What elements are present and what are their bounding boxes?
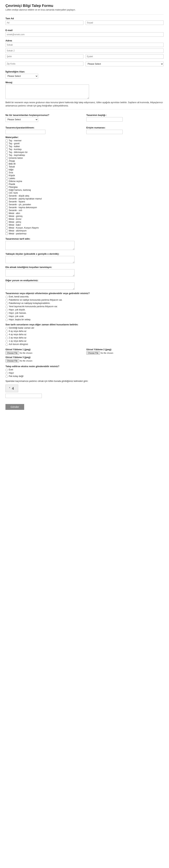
gonderebilir-radio[interactable]: [5, 312, 8, 314]
material-checkbox[interactable]: [5, 160, 8, 162]
material-checkbox[interactable]: [5, 145, 8, 148]
talep-option-label: Pek kolay değil: [9, 375, 23, 377]
ele-almak-textarea[interactable]: [5, 269, 75, 277]
material-checkbox[interactable]: [5, 221, 8, 223]
ne-tur-select[interactable]: Please Select: [5, 117, 38, 122]
material-checkbox[interactable]: [5, 163, 8, 165]
gonderebilir-radio[interactable]: [5, 302, 8, 305]
captcha-box: '4: [5, 384, 18, 392]
son-tarih-item: 2 ay veya daha az: [5, 336, 164, 339]
material-checkbox[interactable]: [5, 183, 8, 185]
son-tarih-radio[interactable]: [5, 330, 8, 333]
gonderebilir-radio[interactable]: [5, 296, 8, 298]
material-label: Metal - pirinç: [9, 221, 21, 223]
material-checkbox[interactable]: [5, 189, 8, 191]
eyalet-input[interactable]: [86, 54, 164, 59]
sehir-input[interactable]: [5, 54, 83, 59]
material-checkbox[interactable]: [5, 229, 8, 232]
gonderebilir-label: Yerel taşımacılık konusunda yardıma ihti…: [9, 305, 58, 308]
gonderebilir-radio[interactable]: [5, 319, 8, 321]
erisim-label: Erişim numarası:: [86, 126, 164, 129]
tam-ad-label: Tam Ad: [5, 17, 164, 20]
gorsel2-input[interactable]: [86, 351, 124, 354]
material-checkbox[interactable]: [5, 215, 8, 217]
material-checkbox[interactable]: [5, 206, 8, 209]
material-label: Sıva: [9, 171, 13, 174]
sokak2-input[interactable]: [5, 49, 164, 53]
material-checkbox[interactable]: [5, 177, 8, 180]
material-item: Seramik - fayans: [5, 200, 164, 203]
son-tarih-radio[interactable]: [5, 334, 8, 336]
talep-radio[interactable]: [5, 372, 8, 374]
material-label: Metal - gümüş: [9, 215, 23, 217]
gonderebilir-item: Hayır, çok büyük.: [5, 308, 164, 311]
description-text: Belirli bir nesnenin veya nesne grubunun…: [5, 101, 164, 107]
material-item: Seramik - düşük ateş: [5, 194, 164, 197]
diger-yorum-textarea[interactable]: [5, 282, 75, 290]
material-label: Kâğıt hamuru, kartonaj: [9, 189, 31, 191]
mesaj-textarea[interactable]: [5, 85, 89, 99]
material-checkbox[interactable]: [5, 212, 8, 215]
material-checkbox[interactable]: [5, 232, 8, 235]
material-checkbox[interactable]: [5, 172, 8, 174]
material-checkbox[interactable]: [5, 227, 8, 229]
tasariminizi-tarif-textarea[interactable]: [5, 241, 75, 250]
son-tarih-radio[interactable]: [5, 343, 8, 346]
soyad-input[interactable]: [86, 21, 164, 25]
gonderebilir-radio[interactable]: [5, 315, 8, 318]
ilgilenilen-alan-select[interactable]: Please Select Seçenek 1 Seçenek 2: [5, 74, 38, 79]
son-tarih-radio[interactable]: [5, 340, 8, 342]
material-checkbox[interactable]: [5, 157, 8, 159]
material-checkbox[interactable]: [5, 209, 8, 212]
material-item: Köpük: [5, 174, 164, 177]
tasarimci-input[interactable]: [5, 130, 46, 134]
gorsel3-input[interactable]: [5, 359, 44, 363]
gonderebilir-radio[interactable]: [5, 299, 8, 301]
material-checkbox[interactable]: [5, 218, 8, 220]
gonderebilir-radio[interactable]: [5, 306, 8, 308]
material-checkbox[interactable]: [5, 198, 8, 200]
ad-input[interactable]: [5, 21, 83, 25]
country-select[interactable]: Please Select: [86, 62, 164, 66]
gonder-button[interactable]: Gönder: [5, 404, 24, 410]
ele-almak-label: Ele almak istediğiniz koşulları tanımlay…: [5, 266, 164, 269]
material-item: Çimento beton: [5, 157, 164, 159]
material-label: Ahşap: [9, 160, 15, 162]
email-input[interactable]: [5, 32, 164, 37]
talep-radio[interactable]: [5, 369, 8, 371]
material-item: Ahşap: [5, 160, 164, 162]
material-item: Dökme reçine: [5, 180, 164, 183]
tasarim-basligi-input[interactable]: [86, 117, 123, 122]
yaklasik-olcular-textarea[interactable]: [5, 256, 75, 263]
son-tarih-radio[interactable]: [5, 337, 8, 339]
gonderebilir-radio[interactable]: [5, 309, 8, 311]
material-checkbox[interactable]: [5, 195, 8, 197]
email-label: E-mail: [5, 29, 164, 32]
material-label: Metal - alüminyum: [9, 229, 27, 232]
material-checkbox[interactable]: [5, 143, 8, 145]
son-tarih-radio[interactable]: [5, 327, 8, 329]
sokak-input[interactable]: [5, 43, 164, 47]
material-checkbox[interactable]: [5, 140, 8, 142]
talep-radio[interactable]: [5, 375, 8, 378]
gonderebilir-label: Evet, kendi aracımla.: [9, 296, 29, 298]
talep-item: Evet: [5, 368, 164, 371]
material-checkbox[interactable]: [5, 186, 8, 188]
erisim-input[interactable]: [86, 130, 123, 134]
material-checkbox[interactable]: [5, 151, 8, 154]
gorsel1-input[interactable]: [5, 351, 44, 354]
captcha-input[interactable]: [5, 394, 42, 398]
material-checkbox[interactable]: [5, 180, 8, 183]
zip-input[interactable]: [5, 62, 83, 66]
material-checkbox[interactable]: [5, 166, 8, 168]
material-checkbox[interactable]: [5, 192, 8, 194]
talep-item: Hayır: [5, 372, 164, 374]
material-checkbox[interactable]: [5, 168, 8, 171]
material-item: Metal - bronz: [5, 218, 164, 220]
material-checkbox[interactable]: [5, 148, 8, 151]
material-checkbox[interactable]: [5, 175, 8, 177]
material-checkbox[interactable]: [5, 154, 8, 156]
material-checkbox[interactable]: [5, 224, 8, 226]
material-checkbox[interactable]: [5, 200, 8, 203]
material-checkbox[interactable]: [5, 204, 8, 206]
